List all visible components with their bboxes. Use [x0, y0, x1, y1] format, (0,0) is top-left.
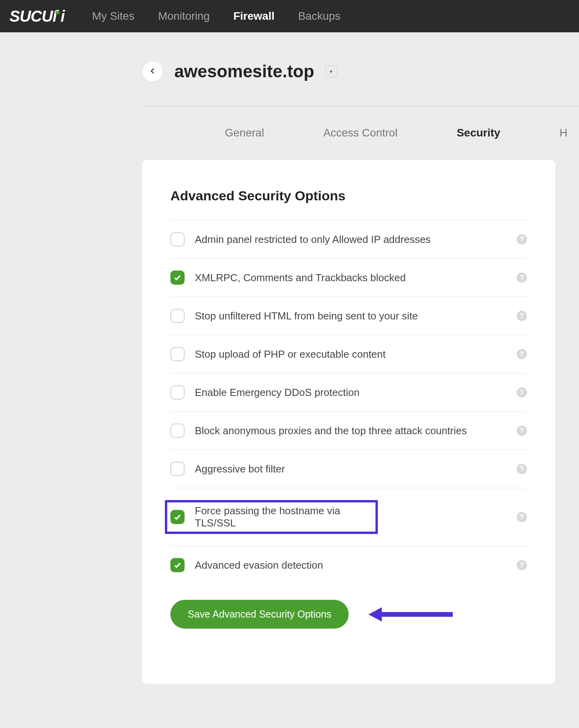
help-icon[interactable]: ?: [517, 512, 527, 522]
option-row: Admin panel restricted to only Allowed I…: [170, 220, 527, 258]
annotation-highlight: Force passing the hostname via TLS/SSL: [165, 500, 378, 534]
help-icon[interactable]: ?: [517, 273, 527, 283]
option-row: Force passing the hostname via TLS/SSL?: [170, 488, 527, 546]
panel-title: Advanced Security Options: [170, 188, 527, 203]
chevron-down-icon: ▾: [330, 68, 332, 75]
option-label: Advanced evasion detection: [195, 559, 517, 571]
option-label: Enable Emergency DDoS protection: [195, 386, 517, 399]
site-switcher-dropdown[interactable]: ▾: [325, 65, 337, 77]
brand-logo[interactable]: SUCUſi: [9, 7, 65, 25]
option-row: Stop upload of PHP or executable content…: [170, 335, 527, 373]
option-checkbox[interactable]: [170, 424, 185, 438]
option-checkbox[interactable]: [170, 558, 185, 572]
tab-access-control[interactable]: Access Control: [323, 127, 398, 139]
option-label: Force passing the hostname via TLS/SSL: [195, 505, 372, 529]
option-row: Enable Emergency DDoS protection?: [170, 373, 527, 411]
save-button[interactable]: Save Advanced Security Options: [170, 600, 349, 629]
option-checkbox[interactable]: [170, 462, 185, 476]
security-options-card: Advanced Security Options Admin panel re…: [142, 160, 555, 684]
annotation-arrow: [368, 607, 453, 622]
arrow-head-icon: [368, 607, 382, 622]
option-checkbox[interactable]: [170, 385, 185, 399]
help-icon[interactable]: ?: [517, 234, 527, 245]
help-icon[interactable]: ?: [517, 560, 527, 570]
help-icon[interactable]: ?: [517, 349, 527, 359]
option-checkbox[interactable]: [170, 309, 185, 323]
arrow-left-icon: [149, 65, 157, 78]
option-label: Admin panel restricted to only Allowed I…: [195, 233, 517, 246]
tab-https-ssl[interactable]: H: [559, 127, 567, 139]
option-label: Block anonymous proxies and the top thre…: [195, 425, 517, 437]
nav-monitoring[interactable]: Monitoring: [158, 10, 210, 22]
option-label: XMLRPC, Comments and Trackbacks blocked: [195, 272, 517, 284]
top-nav: SUCUſi My Sites Monitoring Firewall Back…: [0, 0, 579, 32]
option-row: Advanced evasion detection?: [170, 546, 527, 584]
nav-my-sites[interactable]: My Sites: [92, 10, 134, 22]
arrow-shaft-icon: [382, 612, 453, 617]
option-label: Stop unfiltered HTML from being sent to …: [195, 310, 517, 322]
brand-logo-text: SUCUſi: [9, 7, 65, 25]
option-row: Block anonymous proxies and the top thre…: [170, 411, 527, 450]
option-label: Aggressive bot filter: [195, 463, 517, 475]
help-icon[interactable]: ?: [517, 311, 527, 321]
help-icon[interactable]: ?: [517, 464, 527, 474]
back-button[interactable]: [142, 61, 163, 82]
option-row: XMLRPC, Comments and Trackbacks blocked?: [170, 258, 527, 297]
option-row: Stop unfiltered HTML from being sent to …: [170, 297, 527, 335]
brand-accent-icon: [56, 11, 60, 14]
nav-items: My Sites Monitoring Firewall Backups: [92, 10, 341, 22]
site-header: awesomesite.top ▾: [142, 32, 579, 106]
save-row: Save Advanced Security Options: [170, 600, 527, 629]
option-checkbox[interactable]: [170, 510, 185, 524]
help-icon[interactable]: ?: [517, 426, 527, 436]
nav-firewall[interactable]: Firewall: [233, 10, 275, 22]
option-label: Stop upload of PHP or executable content: [195, 348, 517, 360]
option-row: Aggressive bot filter?: [170, 450, 527, 488]
nav-backups[interactable]: Backups: [298, 10, 340, 22]
option-checkbox[interactable]: [170, 271, 185, 285]
option-checkbox[interactable]: [170, 347, 185, 361]
help-icon[interactable]: ?: [517, 387, 527, 398]
site-title: awesomesite.top: [174, 62, 314, 81]
tab-general[interactable]: General: [225, 127, 264, 139]
option-checkbox[interactable]: [170, 232, 185, 246]
section-tabs: General Access Control Security H: [142, 106, 579, 160]
tab-security[interactable]: Security: [457, 127, 501, 139]
